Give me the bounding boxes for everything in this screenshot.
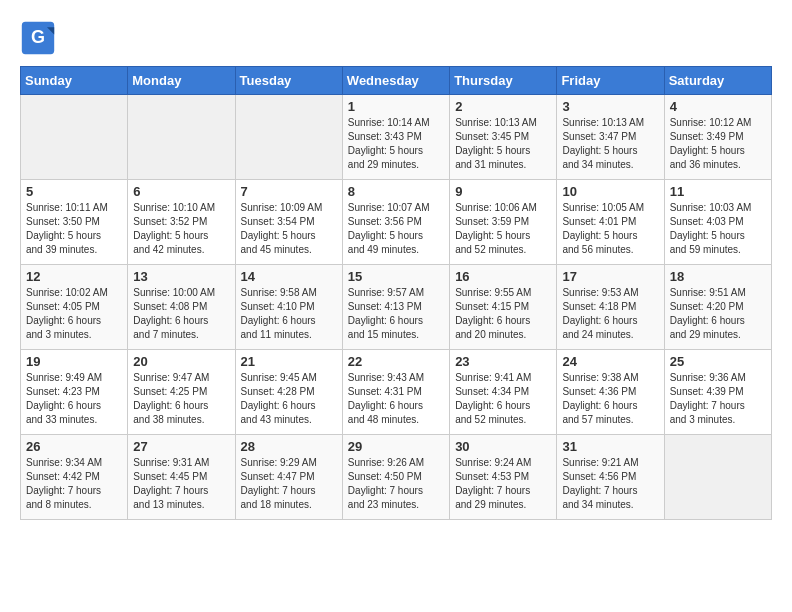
logo-icon: G [20, 20, 56, 56]
calendar-cell: 6Sunrise: 10:10 AM Sunset: 3:52 PM Dayli… [128, 180, 235, 265]
day-info: Sunrise: 10:09 AM Sunset: 3:54 PM Daylig… [241, 201, 337, 257]
day-number: 20 [133, 354, 229, 369]
calendar-cell: 5Sunrise: 10:11 AM Sunset: 3:50 PM Dayli… [21, 180, 128, 265]
calendar-cell: 27Sunrise: 9:31 AM Sunset: 4:45 PM Dayli… [128, 435, 235, 520]
day-number: 3 [562, 99, 658, 114]
header-wednesday: Wednesday [342, 67, 449, 95]
day-number: 29 [348, 439, 444, 454]
calendar-header: Sunday Monday Tuesday Wednesday Thursday… [21, 67, 772, 95]
day-info: Sunrise: 9:36 AM Sunset: 4:39 PM Dayligh… [670, 371, 766, 427]
logo: G [20, 20, 62, 56]
day-number: 15 [348, 269, 444, 284]
calendar-cell: 8Sunrise: 10:07 AM Sunset: 3:56 PM Dayli… [342, 180, 449, 265]
calendar-cell: 2Sunrise: 10:13 AM Sunset: 3:45 PM Dayli… [450, 95, 557, 180]
calendar-cell: 7Sunrise: 10:09 AM Sunset: 3:54 PM Dayli… [235, 180, 342, 265]
calendar-cell [664, 435, 771, 520]
day-info: Sunrise: 10:02 AM Sunset: 4:05 PM Daylig… [26, 286, 122, 342]
calendar-cell: 11Sunrise: 10:03 AM Sunset: 4:03 PM Dayl… [664, 180, 771, 265]
day-info: Sunrise: 9:51 AM Sunset: 4:20 PM Dayligh… [670, 286, 766, 342]
day-number: 30 [455, 439, 551, 454]
calendar-cell: 29Sunrise: 9:26 AM Sunset: 4:50 PM Dayli… [342, 435, 449, 520]
day-number: 27 [133, 439, 229, 454]
day-info: Sunrise: 9:31 AM Sunset: 4:45 PM Dayligh… [133, 456, 229, 512]
day-number: 31 [562, 439, 658, 454]
day-info: Sunrise: 9:38 AM Sunset: 4:36 PM Dayligh… [562, 371, 658, 427]
day-info: Sunrise: 10:03 AM Sunset: 4:03 PM Daylig… [670, 201, 766, 257]
calendar-week-2: 5Sunrise: 10:11 AM Sunset: 3:50 PM Dayli… [21, 180, 772, 265]
day-number: 28 [241, 439, 337, 454]
day-number: 17 [562, 269, 658, 284]
header-saturday: Saturday [664, 67, 771, 95]
calendar-week-1: 1Sunrise: 10:14 AM Sunset: 3:43 PM Dayli… [21, 95, 772, 180]
day-number: 5 [26, 184, 122, 199]
day-info: Sunrise: 10:13 AM Sunset: 3:45 PM Daylig… [455, 116, 551, 172]
day-info: Sunrise: 10:00 AM Sunset: 4:08 PM Daylig… [133, 286, 229, 342]
day-number: 11 [670, 184, 766, 199]
calendar-cell: 28Sunrise: 9:29 AM Sunset: 4:47 PM Dayli… [235, 435, 342, 520]
day-number: 6 [133, 184, 229, 199]
day-info: Sunrise: 9:34 AM Sunset: 4:42 PM Dayligh… [26, 456, 122, 512]
day-number: 21 [241, 354, 337, 369]
day-info: Sunrise: 9:45 AM Sunset: 4:28 PM Dayligh… [241, 371, 337, 427]
day-number: 8 [348, 184, 444, 199]
day-info: Sunrise: 10:11 AM Sunset: 3:50 PM Daylig… [26, 201, 122, 257]
day-info: Sunrise: 10:10 AM Sunset: 3:52 PM Daylig… [133, 201, 229, 257]
calendar-cell [21, 95, 128, 180]
header-row: Sunday Monday Tuesday Wednesday Thursday… [21, 67, 772, 95]
day-number: 25 [670, 354, 766, 369]
day-number: 24 [562, 354, 658, 369]
header-monday: Monday [128, 67, 235, 95]
day-number: 9 [455, 184, 551, 199]
day-number: 10 [562, 184, 658, 199]
day-info: Sunrise: 9:26 AM Sunset: 4:50 PM Dayligh… [348, 456, 444, 512]
page-header: G [20, 20, 772, 56]
day-info: Sunrise: 9:21 AM Sunset: 4:56 PM Dayligh… [562, 456, 658, 512]
day-info: Sunrise: 9:57 AM Sunset: 4:13 PM Dayligh… [348, 286, 444, 342]
day-info: Sunrise: 10:07 AM Sunset: 3:56 PM Daylig… [348, 201, 444, 257]
calendar-cell: 20Sunrise: 9:47 AM Sunset: 4:25 PM Dayli… [128, 350, 235, 435]
calendar-cell: 9Sunrise: 10:06 AM Sunset: 3:59 PM Dayli… [450, 180, 557, 265]
calendar-cell: 19Sunrise: 9:49 AM Sunset: 4:23 PM Dayli… [21, 350, 128, 435]
calendar-cell: 26Sunrise: 9:34 AM Sunset: 4:42 PM Dayli… [21, 435, 128, 520]
day-info: Sunrise: 9:41 AM Sunset: 4:34 PM Dayligh… [455, 371, 551, 427]
day-number: 13 [133, 269, 229, 284]
calendar-cell: 15Sunrise: 9:57 AM Sunset: 4:13 PM Dayli… [342, 265, 449, 350]
day-number: 16 [455, 269, 551, 284]
day-info: Sunrise: 10:12 AM Sunset: 3:49 PM Daylig… [670, 116, 766, 172]
calendar-week-5: 26Sunrise: 9:34 AM Sunset: 4:42 PM Dayli… [21, 435, 772, 520]
calendar-cell: 31Sunrise: 9:21 AM Sunset: 4:56 PM Dayli… [557, 435, 664, 520]
calendar-table: Sunday Monday Tuesday Wednesday Thursday… [20, 66, 772, 520]
calendar-cell: 16Sunrise: 9:55 AM Sunset: 4:15 PM Dayli… [450, 265, 557, 350]
day-info: Sunrise: 9:47 AM Sunset: 4:25 PM Dayligh… [133, 371, 229, 427]
day-info: Sunrise: 9:55 AM Sunset: 4:15 PM Dayligh… [455, 286, 551, 342]
calendar-body: 1Sunrise: 10:14 AM Sunset: 3:43 PM Dayli… [21, 95, 772, 520]
calendar-cell: 18Sunrise: 9:51 AM Sunset: 4:20 PM Dayli… [664, 265, 771, 350]
day-number: 23 [455, 354, 551, 369]
calendar-cell: 13Sunrise: 10:00 AM Sunset: 4:08 PM Dayl… [128, 265, 235, 350]
calendar-cell: 22Sunrise: 9:43 AM Sunset: 4:31 PM Dayli… [342, 350, 449, 435]
day-info: Sunrise: 9:43 AM Sunset: 4:31 PM Dayligh… [348, 371, 444, 427]
day-number: 4 [670, 99, 766, 114]
calendar-cell: 30Sunrise: 9:24 AM Sunset: 4:53 PM Dayli… [450, 435, 557, 520]
day-number: 12 [26, 269, 122, 284]
calendar-cell: 12Sunrise: 10:02 AM Sunset: 4:05 PM Dayl… [21, 265, 128, 350]
day-number: 14 [241, 269, 337, 284]
calendar-cell [128, 95, 235, 180]
day-info: Sunrise: 10:13 AM Sunset: 3:47 PM Daylig… [562, 116, 658, 172]
day-info: Sunrise: 9:53 AM Sunset: 4:18 PM Dayligh… [562, 286, 658, 342]
day-number: 7 [241, 184, 337, 199]
day-number: 26 [26, 439, 122, 454]
header-thursday: Thursday [450, 67, 557, 95]
calendar-cell: 14Sunrise: 9:58 AM Sunset: 4:10 PM Dayli… [235, 265, 342, 350]
day-number: 1 [348, 99, 444, 114]
calendar-week-4: 19Sunrise: 9:49 AM Sunset: 4:23 PM Dayli… [21, 350, 772, 435]
calendar-cell: 17Sunrise: 9:53 AM Sunset: 4:18 PM Dayli… [557, 265, 664, 350]
calendar-cell: 4Sunrise: 10:12 AM Sunset: 3:49 PM Dayli… [664, 95, 771, 180]
day-info: Sunrise: 9:24 AM Sunset: 4:53 PM Dayligh… [455, 456, 551, 512]
calendar-cell: 21Sunrise: 9:45 AM Sunset: 4:28 PM Dayli… [235, 350, 342, 435]
day-number: 22 [348, 354, 444, 369]
calendar-cell: 25Sunrise: 9:36 AM Sunset: 4:39 PM Dayli… [664, 350, 771, 435]
calendar-cell: 24Sunrise: 9:38 AM Sunset: 4:36 PM Dayli… [557, 350, 664, 435]
calendar-cell: 3Sunrise: 10:13 AM Sunset: 3:47 PM Dayli… [557, 95, 664, 180]
calendar-cell: 23Sunrise: 9:41 AM Sunset: 4:34 PM Dayli… [450, 350, 557, 435]
